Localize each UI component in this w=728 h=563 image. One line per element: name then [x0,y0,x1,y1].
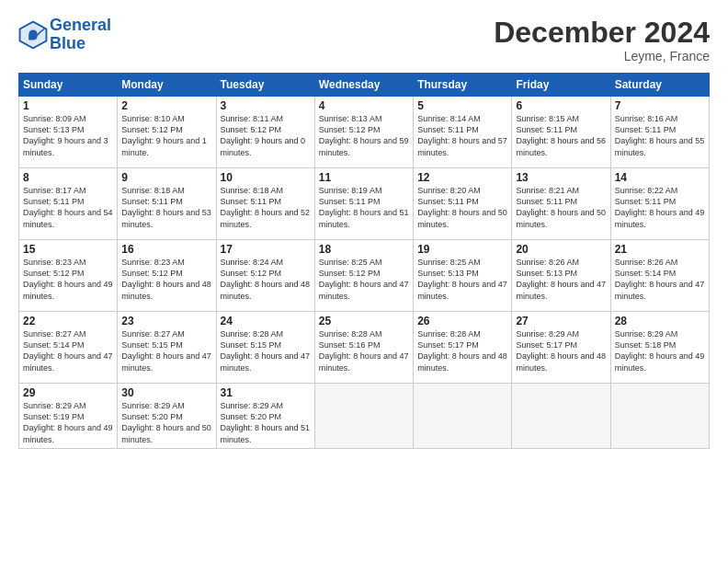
calendar-week-row: 8 Sunrise: 8:17 AMSunset: 5:11 PMDayligh… [19,168,710,240]
day-number: 30 [121,386,211,399]
logo-line1: General [50,16,111,34]
calendar-day-cell: 14 Sunrise: 8:22 AMSunset: 5:11 PMDaylig… [610,168,709,240]
day-number: 27 [516,315,606,327]
day-info: Sunrise: 8:23 AMSunset: 5:12 PMDaylight:… [121,258,211,300]
weekday-header: Friday [512,74,610,97]
calendar-day-cell: 2 Sunrise: 8:10 AMSunset: 5:12 PMDayligh… [118,97,216,168]
day-info: Sunrise: 8:28 AMSunset: 5:16 PMDaylight:… [319,329,409,372]
day-info: Sunrise: 8:17 AMSunset: 5:11 PMDaylight:… [23,186,113,228]
day-info: Sunrise: 8:18 AMSunset: 5:11 PMDaylight:… [221,186,311,228]
day-number: 20 [516,243,606,256]
calendar-week-row: 29 Sunrise: 8:29 AMSunset: 5:19 PMDaylig… [19,384,710,449]
calendar-day-cell: 17 Sunrise: 8:24 AMSunset: 5:12 PMDaylig… [216,240,314,312]
day-info: Sunrise: 8:24 AMSunset: 5:12 PMDaylight:… [221,258,311,300]
calendar-day-cell: 21 Sunrise: 8:26 AMSunset: 5:14 PMDaylig… [610,240,709,312]
weekday-header-row: SundayMondayTuesdayWednesdayThursdayFrid… [19,74,710,97]
day-number: 8 [23,171,113,184]
day-number: 12 [417,171,507,184]
day-number: 24 [221,315,311,327]
day-number: 25 [319,315,409,327]
location: Leyme, France [494,49,710,63]
day-info: Sunrise: 8:14 AMSunset: 5:11 PMDaylight:… [417,114,507,156]
day-number: 6 [516,99,606,112]
title-section: December 2024 Leyme, France [494,17,710,63]
day-number: 22 [23,315,113,327]
day-number: 21 [615,243,705,256]
calendar-week-row: 22 Sunrise: 8:27 AMSunset: 5:14 PMDaylig… [19,312,710,384]
day-number: 23 [121,315,211,327]
day-number: 5 [417,99,507,112]
day-number: 18 [319,243,409,256]
calendar-day-cell: 4 Sunrise: 8:13 AMSunset: 5:12 PMDayligh… [314,97,413,168]
day-number: 4 [319,99,409,112]
calendar-day-cell: 31 Sunrise: 8:29 AMSunset: 5:20 PMDaylig… [216,384,314,449]
day-info: Sunrise: 8:15 AMSunset: 5:11 PMDaylight:… [516,114,606,156]
day-info: Sunrise: 8:28 AMSunset: 5:15 PMDaylight:… [221,329,311,372]
day-number: 11 [319,171,409,184]
day-info: Sunrise: 8:21 AMSunset: 5:11 PMDaylight:… [516,186,606,228]
calendar-day-cell: 27 Sunrise: 8:29 AMSunset: 5:17 PMDaylig… [512,312,610,384]
calendar-day-cell: 26 Sunrise: 8:28 AMSunset: 5:17 PMDaylig… [414,312,512,384]
calendar-day-cell: 9 Sunrise: 8:18 AMSunset: 5:11 PMDayligh… [118,168,216,240]
day-info: Sunrise: 8:25 AMSunset: 5:12 PMDaylight:… [319,258,409,300]
day-info: Sunrise: 8:29 AMSunset: 5:19 PMDaylight:… [23,401,113,443]
day-info: Sunrise: 8:16 AMSunset: 5:11 PMDaylight:… [615,114,705,156]
day-number: 29 [23,386,113,399]
day-number: 19 [417,243,507,256]
header: General Blue December 2024 Leyme, France [18,17,710,63]
day-info: Sunrise: 8:23 AMSunset: 5:12 PMDaylight:… [23,258,113,300]
calendar-day-cell: 30 Sunrise: 8:29 AMSunset: 5:20 PMDaylig… [118,384,216,449]
day-info: Sunrise: 8:28 AMSunset: 5:17 PMDaylight:… [417,329,507,372]
day-number: 7 [615,99,705,112]
calendar-day-cell: 22 Sunrise: 8:27 AMSunset: 5:14 PMDaylig… [19,312,118,384]
day-number: 9 [121,171,211,184]
month-title: December 2024 [494,17,710,49]
day-info: Sunrise: 8:22 AMSunset: 5:11 PMDaylight:… [615,186,705,228]
day-info: Sunrise: 8:29 AMSunset: 5:17 PMDaylight:… [516,329,606,372]
day-info: Sunrise: 8:25 AMSunset: 5:13 PMDaylight:… [417,258,507,300]
day-info: Sunrise: 8:19 AMSunset: 5:11 PMDaylight:… [319,186,409,228]
logo-text: General Blue [50,17,111,53]
day-number: 13 [516,171,606,184]
day-info: Sunrise: 8:13 AMSunset: 5:12 PMDaylight:… [319,114,409,156]
calendar-week-row: 1 Sunrise: 8:09 AMSunset: 5:13 PMDayligh… [19,97,710,168]
weekday-header: Thursday [414,74,512,97]
calendar: SundayMondayTuesdayWednesdayThursdayFrid… [18,73,710,449]
calendar-week-row: 15 Sunrise: 8:23 AMSunset: 5:12 PMDaylig… [19,240,710,312]
day-info: Sunrise: 8:09 AMSunset: 5:13 PMDaylight:… [23,114,108,156]
day-number: 14 [615,171,705,184]
weekday-header: Tuesday [216,74,314,97]
calendar-day-cell: 15 Sunrise: 8:23 AMSunset: 5:12 PMDaylig… [19,240,118,312]
calendar-day-cell: 3 Sunrise: 8:11 AMSunset: 5:12 PMDayligh… [216,97,314,168]
calendar-day-cell: 24 Sunrise: 8:28 AMSunset: 5:15 PMDaylig… [216,312,314,384]
day-number: 16 [121,243,211,256]
day-info: Sunrise: 8:27 AMSunset: 5:14 PMDaylight:… [23,329,113,372]
day-info: Sunrise: 8:26 AMSunset: 5:13 PMDaylight:… [516,258,606,300]
day-info: Sunrise: 8:10 AMSunset: 5:12 PMDaylight:… [121,114,207,156]
day-number: 17 [221,243,311,256]
calendar-day-cell: 6 Sunrise: 8:15 AMSunset: 5:11 PMDayligh… [512,97,610,168]
day-info: Sunrise: 8:27 AMSunset: 5:15 PMDaylight:… [121,329,211,372]
page: General Blue December 2024 Leyme, France… [0,0,728,563]
calendar-day-cell: 13 Sunrise: 8:21 AMSunset: 5:11 PMDaylig… [512,168,610,240]
day-info: Sunrise: 8:20 AMSunset: 5:11 PMDaylight:… [417,186,507,228]
day-info: Sunrise: 8:29 AMSunset: 5:20 PMDaylight:… [221,401,311,443]
day-info: Sunrise: 8:26 AMSunset: 5:14 PMDaylight:… [615,258,705,300]
calendar-day-cell [314,384,413,449]
day-number: 10 [221,171,311,184]
weekday-header: Wednesday [314,74,413,97]
day-number: 3 [221,99,311,112]
day-info: Sunrise: 8:18 AMSunset: 5:11 PMDaylight:… [121,186,211,228]
logo: General Blue [18,17,111,53]
calendar-day-cell: 18 Sunrise: 8:25 AMSunset: 5:12 PMDaylig… [314,240,413,312]
calendar-day-cell: 12 Sunrise: 8:20 AMSunset: 5:11 PMDaylig… [414,168,512,240]
calendar-day-cell [512,384,610,449]
day-number: 2 [121,99,211,112]
day-number: 26 [417,315,507,327]
day-number: 31 [221,386,311,399]
day-number: 15 [23,243,113,256]
calendar-day-cell: 20 Sunrise: 8:26 AMSunset: 5:13 PMDaylig… [512,240,610,312]
calendar-day-cell: 7 Sunrise: 8:16 AMSunset: 5:11 PMDayligh… [610,97,709,168]
calendar-day-cell: 1 Sunrise: 8:09 AMSunset: 5:13 PMDayligh… [19,97,118,168]
weekday-header: Saturday [610,74,709,97]
